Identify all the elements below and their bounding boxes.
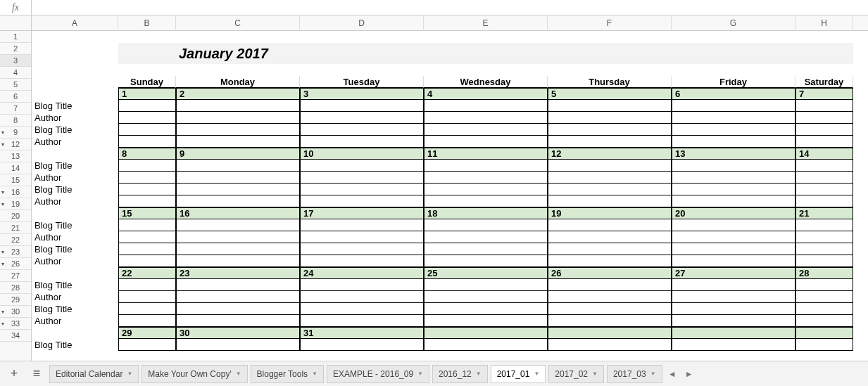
data-cell[interactable] [176,315,300,327]
day-number-cell[interactable]: 1 [118,88,176,100]
day-number-cell[interactable]: 27 [672,267,795,279]
row-label[interactable]: Blog Title [32,279,118,291]
cell[interactable] [32,148,118,160]
data-cell[interactable] [118,100,176,112]
cell[interactable] [118,43,176,64]
row-header-3[interactable]: 3 [0,55,31,67]
data-cell[interactable] [672,291,795,303]
row-header-23[interactable]: 23▾ [0,246,31,258]
data-cell[interactable] [672,160,795,172]
data-cell[interactable] [424,291,548,303]
data-cell[interactable] [176,124,300,136]
row-header-4[interactable]: 4 [0,67,31,79]
data-cell[interactable] [118,124,176,136]
data-cell[interactable] [548,184,672,195]
row-label[interactable]: Blog Title [32,303,118,315]
data-cell[interactable] [548,124,672,136]
data-cell[interactable] [300,255,424,267]
data-cell[interactable] [548,231,672,243]
data-cell[interactable] [424,339,548,351]
data-cell[interactable] [176,160,300,172]
data-cell[interactable] [300,315,424,327]
row-header-5[interactable]: 5 [0,79,31,91]
day-number-cell[interactable]: 18 [424,207,548,219]
data-cell[interactable] [672,219,795,231]
data-cell[interactable] [548,303,672,315]
data-cell[interactable] [300,339,424,351]
data-cell[interactable] [795,112,853,124]
cell[interactable] [424,31,548,43]
data-cell[interactable] [176,136,300,148]
col-header-A[interactable]: A [32,15,118,31]
data-cell[interactable] [672,195,795,207]
data-cell[interactable] [118,219,176,231]
data-cell[interactable] [672,255,795,267]
data-cell[interactable] [424,315,548,327]
data-cell[interactable] [118,243,176,255]
sheet-tab[interactable]: EXAMPLE - 2016_09▼ [327,365,429,383]
cell[interactable] [32,31,118,43]
day-header-wednesday[interactable]: Wednesday [424,76,548,88]
all-sheets-button[interactable]: ≡ [27,364,46,384]
data-cell[interactable] [795,184,853,195]
data-cell[interactable] [424,172,548,184]
data-cell[interactable] [672,303,795,315]
data-cell[interactable] [795,219,853,231]
sheet-tab[interactable]: Editorial Calendar▼ [49,365,139,383]
tab-menu-caret-icon[interactable]: ▼ [312,371,317,377]
row-label[interactable]: Author [32,195,118,207]
sheet-tab[interactable]: 2017_02▼ [548,365,604,383]
data-cell[interactable] [424,219,548,231]
data-cell[interactable] [795,291,853,303]
data-cell[interactable] [795,279,853,291]
row-label[interactable]: Blog Title [32,219,118,231]
data-cell[interactable] [176,100,300,112]
select-all-corner[interactable] [0,15,32,30]
data-cell[interactable] [548,172,672,184]
tab-menu-caret-icon[interactable]: ▼ [476,371,482,377]
day-number-cell[interactable] [424,327,548,339]
cell[interactable] [300,64,424,76]
day-number-cell[interactable] [548,327,672,339]
day-number-cell[interactable]: 10 [300,148,424,160]
cell[interactable] [32,88,118,100]
data-cell[interactable] [300,303,424,315]
data-cell[interactable] [176,219,300,231]
data-cell[interactable] [548,291,672,303]
data-cell[interactable] [118,231,176,243]
row-header-8[interactable]: 8 [0,115,31,127]
cell[interactable] [118,64,176,76]
data-cell[interactable] [795,303,853,315]
cell[interactable] [424,64,548,76]
group-toggle-icon[interactable]: ▾ [1,261,4,267]
data-cell[interactable] [795,136,853,148]
data-cell[interactable] [300,219,424,231]
tabs-scroll-right[interactable]: ► [682,369,696,379]
tabs-scroll-left[interactable]: ◄ [665,369,679,379]
day-header-friday[interactable]: Friday [672,76,795,88]
data-cell[interactable] [795,172,853,184]
row-label[interactable]: Author [32,255,118,267]
day-number-cell[interactable]: 23 [176,267,300,279]
col-header-D[interactable]: D [300,15,424,31]
col-header-F[interactable]: F [548,15,672,31]
cell[interactable] [424,43,548,64]
data-cell[interactable] [118,315,176,327]
day-number-cell[interactable]: 26 [548,267,672,279]
col-header-B[interactable]: B [118,15,176,31]
group-toggle-icon[interactable]: ▾ [1,321,4,327]
group-toggle-icon[interactable]: ▾ [1,129,4,136]
data-cell[interactable] [176,339,300,351]
day-number-cell[interactable] [795,327,853,339]
day-header-saturday[interactable]: Saturday [795,76,853,88]
data-cell[interactable] [795,339,853,351]
data-cell[interactable] [548,243,672,255]
row-label[interactable]: Blog Title [32,243,118,255]
data-cell[interactable] [300,279,424,291]
day-number-cell[interactable]: 31 [300,327,424,339]
data-cell[interactable] [672,231,795,243]
data-cell[interactable] [300,291,424,303]
data-cell[interactable] [118,184,176,195]
day-number-cell[interactable]: 9 [176,148,300,160]
cell[interactable] [32,267,118,279]
